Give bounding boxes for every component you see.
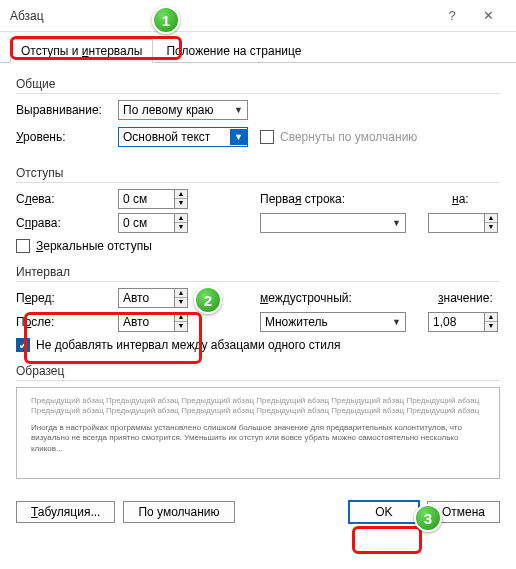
- spinner-after[interactable]: ▲▼: [118, 312, 188, 332]
- label-at: значение:: [438, 291, 500, 305]
- group-spacing: Интервал: [16, 265, 500, 282]
- label-collapse: Свернуты по умолчанию: [280, 130, 417, 144]
- spinner-left[interactable]: ▲▼: [118, 189, 188, 209]
- badge-2: 2: [194, 286, 222, 314]
- label-after: После:: [16, 315, 112, 329]
- combo-align[interactable]: По левому краю▼: [118, 100, 248, 120]
- chevron-down-icon: ▼: [234, 105, 243, 115]
- label-left: Слева:: [16, 192, 112, 206]
- label-before: Перед:: [16, 291, 112, 305]
- ok-button[interactable]: OK: [349, 501, 419, 523]
- spinner-before[interactable]: ▲▼: [118, 288, 188, 308]
- label-linespacing: междустрочный:: [260, 291, 380, 305]
- close-button[interactable]: ✕: [470, 8, 506, 23]
- checkbox-samestyle[interactable]: ✔: [16, 338, 30, 352]
- default-button[interactable]: По умолчанию: [123, 501, 234, 523]
- preview-box: Предыдущий абзац Предыдущий абзац Предыд…: [16, 387, 500, 479]
- tab-indents[interactable]: Отступы и интервалы: [10, 39, 153, 63]
- combo-firstline[interactable]: ▼: [260, 213, 406, 233]
- label-mirror: Зеркальные отступы: [36, 239, 152, 253]
- label-align: Выравнивание:: [16, 103, 112, 117]
- spinner-at[interactable]: ▲▼: [428, 312, 498, 332]
- dialog-title: Абзац: [10, 9, 434, 23]
- group-general: Общие: [16, 77, 500, 94]
- combo-linespacing[interactable]: Множитель▼: [260, 312, 406, 332]
- chevron-down-icon: ▼: [230, 129, 247, 145]
- chevron-down-icon: ▼: [392, 317, 401, 327]
- checkbox-mirror[interactable]: [16, 239, 30, 253]
- spinner-right[interactable]: ▲▼: [118, 213, 188, 233]
- label-by: на:: [452, 192, 500, 206]
- chevron-down-icon: ▼: [392, 218, 401, 228]
- group-indent: Отступы: [16, 166, 500, 183]
- tab-position[interactable]: Положение на странице: [155, 39, 312, 63]
- label-samestyle: Не добавлять интервал между абзацами одн…: [36, 338, 341, 352]
- label-firstline: Первая строка:: [260, 192, 380, 206]
- badge-3: 3: [414, 504, 442, 532]
- group-preview: Образец: [16, 364, 500, 381]
- badge-1: 1: [152, 6, 180, 34]
- label-right: Справа:: [16, 216, 112, 230]
- spinner-by[interactable]: ▲▼: [428, 213, 498, 233]
- checkbox-collapse: [260, 130, 274, 144]
- combo-level[interactable]: Основной текст▼: [118, 127, 248, 147]
- help-button[interactable]: ?: [434, 8, 470, 23]
- tabs-button[interactable]: Табуляция...: [16, 501, 115, 523]
- label-level: Уровень:: [16, 130, 112, 144]
